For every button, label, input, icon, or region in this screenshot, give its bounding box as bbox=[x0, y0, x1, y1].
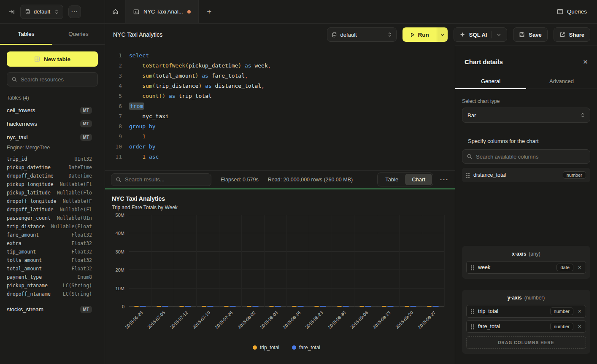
chevron-down-icon[interactable] bbox=[497, 32, 501, 37]
trip_total-bar bbox=[179, 306, 184, 307]
column-name: pickup_ntaname bbox=[7, 283, 48, 289]
bar-group[interactable] bbox=[247, 306, 258, 307]
results-more-icon[interactable]: ··· bbox=[440, 176, 449, 183]
line-number: 3 bbox=[111, 71, 122, 81]
code-line[interactable]: sum(total_amount) as fare_total, bbox=[129, 71, 271, 81]
y-axis-item[interactable]: trip_totalnumber× bbox=[466, 305, 586, 318]
chart-region: NYC Taxi Analytics Trip and Fare Totals … bbox=[105, 189, 455, 364]
new-tab-button[interactable]: + bbox=[199, 0, 220, 23]
column-row: payment_typeEnum8 bbox=[7, 273, 98, 281]
drag-handle-icon[interactable] bbox=[471, 309, 474, 314]
fare_total-bar bbox=[297, 306, 303, 307]
bar-group[interactable] bbox=[337, 306, 348, 307]
legend-item-trip_total[interactable]: trip_total bbox=[253, 345, 279, 351]
drag-handle-icon[interactable] bbox=[471, 265, 474, 270]
bar-group[interactable] bbox=[315, 306, 326, 307]
resource-search bbox=[7, 72, 98, 86]
fare_total-bar bbox=[252, 306, 258, 307]
column-search-input[interactable] bbox=[476, 154, 586, 160]
y-axis-item[interactable]: fare_totalnumber× bbox=[466, 320, 586, 333]
table-item[interactable]: nyc_taxiMT bbox=[7, 130, 98, 144]
bar-group[interactable] bbox=[157, 306, 168, 307]
bar-group[interactable] bbox=[224, 306, 236, 307]
column-row: dropoff_longitudeNullable(F bbox=[7, 197, 98, 205]
table-item[interactable]: stocks_streamMT bbox=[7, 302, 98, 316]
new-table-label: New table bbox=[44, 56, 70, 62]
code-line[interactable]: count() as trip_total bbox=[129, 91, 271, 101]
sql-editor[interactable]: 1234567891011 select toStartOfWeek(picku… bbox=[105, 46, 455, 170]
bar-group[interactable] bbox=[134, 306, 146, 307]
bar-group[interactable] bbox=[292, 306, 303, 307]
trip_total-bar bbox=[315, 306, 319, 307]
bar-group[interactable] bbox=[382, 306, 394, 307]
chart-type-select[interactable]: Bar bbox=[462, 108, 590, 123]
type-badge: number bbox=[550, 307, 573, 315]
code-line[interactable]: sum(trip_distance) as distance_total, bbox=[129, 81, 271, 91]
x-axis-header: x-axis (any) bbox=[466, 251, 586, 257]
close-icon[interactable]: × bbox=[583, 58, 588, 66]
column-row: dropoff_latitudeNullable(Fl bbox=[7, 205, 98, 214]
results-search-input[interactable] bbox=[125, 176, 207, 183]
column-type: Nullable(Fl bbox=[60, 181, 92, 187]
x-axis-item[interactable]: weekdate× bbox=[466, 261, 586, 274]
remove-column-icon[interactable]: × bbox=[578, 264, 581, 270]
bar-group[interactable] bbox=[405, 306, 416, 307]
remove-column-icon[interactable]: × bbox=[578, 308, 581, 314]
home-icon bbox=[112, 8, 119, 15]
editor-code[interactable]: select toStartOfWeek(pickup_datetime) as… bbox=[129, 51, 271, 162]
plus-icon: + bbox=[207, 7, 211, 16]
column-name: dropoff_datetime bbox=[7, 173, 54, 179]
query-tab[interactable]: NYC Taxi Anal... bbox=[126, 0, 199, 23]
column-name: trip_distance bbox=[7, 224, 45, 229]
save-button[interactable]: Save bbox=[513, 27, 547, 42]
new-table-button[interactable]: New table bbox=[7, 51, 98, 67]
home-tab[interactable] bbox=[105, 0, 126, 23]
resource-search-input[interactable] bbox=[21, 76, 93, 83]
legend-item-fare_total[interactable]: fare_total bbox=[292, 345, 320, 351]
bar-group[interactable] bbox=[270, 306, 281, 307]
y-axis-tick: 0 bbox=[122, 304, 124, 309]
queries-button[interactable]: Queries bbox=[557, 8, 587, 15]
code-line[interactable]: select bbox=[129, 51, 271, 61]
remove-column-icon[interactable]: × bbox=[578, 324, 581, 329]
tab-general[interactable]: General bbox=[455, 73, 526, 89]
drag-handle-icon[interactable] bbox=[471, 324, 474, 329]
code-line[interactable]: group by bbox=[129, 121, 271, 132]
legend-dot-icon bbox=[253, 345, 257, 350]
bar-group[interactable] bbox=[179, 306, 191, 307]
run-button[interactable]: Run bbox=[403, 27, 437, 42]
bar-group[interactable] bbox=[202, 306, 213, 307]
code-line[interactable]: 1 asc bbox=[129, 152, 271, 162]
sidebar-tab-tables[interactable]: Tables bbox=[0, 24, 52, 44]
database-selector[interactable]: default bbox=[20, 5, 63, 19]
column-row: trip_distanceNullable(Float bbox=[7, 222, 98, 231]
code-line[interactable]: from bbox=[129, 101, 271, 111]
view-table-button[interactable]: Table bbox=[378, 174, 405, 185]
view-chart-button[interactable]: Chart bbox=[405, 174, 432, 185]
drag-handle-icon[interactable] bbox=[466, 173, 470, 178]
more-options-button[interactable]: ··· bbox=[68, 5, 81, 18]
tab-advanced[interactable]: Advanced bbox=[526, 73, 597, 89]
chart-plot[interactable]: 010M20M30M40M50M2015-06-282015-07-052015… bbox=[129, 215, 444, 307]
run-options-button[interactable] bbox=[437, 27, 448, 42]
code-line[interactable]: toStartOfWeek(pickup_datetime) as week, bbox=[129, 61, 271, 71]
column-name: dropoff_longitude bbox=[7, 198, 57, 204]
drop-zone[interactable]: DRAG COLUMNS HERE bbox=[466, 336, 586, 349]
save-label: Save bbox=[529, 32, 541, 38]
table-grid-icon bbox=[34, 56, 40, 62]
table-item[interactable]: hackernewsMT bbox=[7, 117, 98, 130]
bar-group[interactable] bbox=[360, 306, 371, 307]
query-database-selector[interactable]: default bbox=[327, 27, 397, 42]
share-button[interactable]: Share bbox=[554, 27, 590, 42]
available-column-item[interactable]: distance_totalnumber bbox=[462, 168, 590, 182]
code-line[interactable]: order by bbox=[129, 142, 271, 152]
code-line[interactable]: nyc_taxi bbox=[129, 111, 271, 121]
table-item[interactable]: cell_towersMT bbox=[7, 103, 98, 117]
sql-ai-button[interactable]: SQL AI bbox=[454, 27, 508, 42]
trip_total-bar bbox=[337, 306, 341, 307]
sidebar-tab-queries[interactable]: Queries bbox=[52, 24, 105, 44]
bar-group[interactable] bbox=[427, 306, 439, 307]
code-line[interactable]: 1 bbox=[129, 132, 271, 142]
y-axis-label: y-axis bbox=[508, 295, 522, 301]
collapse-sidebar-icon[interactable] bbox=[8, 8, 15, 15]
